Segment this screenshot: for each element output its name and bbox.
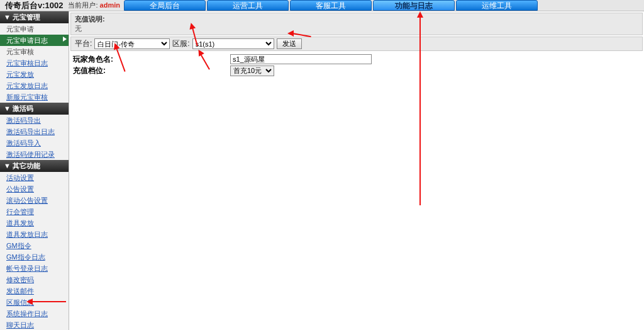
tab-1[interactable]: 运营工具: [207, 0, 289, 11]
area-select[interactable]: s1(s1): [192, 38, 274, 49]
sidebar-item[interactable]: 系统操作日志: [0, 308, 69, 319]
current-user-name: admin: [100, 1, 120, 9]
platform-label: 平台:: [75, 38, 92, 49]
sidebar-section-header[interactable]: ▼ 其它功能: [0, 160, 69, 172]
sidebar-item[interactable]: 活动设置: [0, 172, 69, 183]
role-input[interactable]: [230, 54, 372, 64]
sidebar-item[interactable]: 激活码导入: [0, 137, 69, 149]
sidebar-item[interactable]: GM指令日志: [0, 251, 69, 263]
send-button[interactable]: 发送: [277, 38, 302, 49]
sidebar-section-header[interactable]: ▼ 激活码: [0, 103, 69, 115]
main-panel: 充值说明: 无 平台: 白日门-传奇 区服: s1(s1) 发送 玩家角色名: …: [69, 11, 644, 330]
recharge-desc-value: 无: [75, 25, 82, 32]
sidebar-item[interactable]: 公告设置: [0, 183, 69, 195]
recharge-desc-label: 充值说明:: [75, 15, 105, 23]
sidebar-item[interactable]: 区服信息: [0, 297, 69, 308]
sidebar-item[interactable]: 元宝发放日志: [0, 80, 69, 91]
sidebar-item[interactable]: 元宝审核日志: [0, 57, 69, 69]
sidebar-item[interactable]: GM指令: [0, 240, 69, 251]
topbar: 传奇后台v:1002 当前用户: admin 全局后台运营工具客服工具功能与日志…: [0, 0, 644, 11]
tab-2[interactable]: 客服工具: [290, 0, 372, 11]
recharge-desc: 充值说明: 无: [70, 13, 643, 35]
tab-3[interactable]: 功能与日志: [373, 0, 455, 11]
filter-row: 平台: 白日门-传奇 区服: s1(s1) 发送: [70, 37, 643, 51]
tier-label: 充值档位:: [73, 65, 230, 76]
app-title: 传奇后台v:1002: [0, 0, 68, 11]
sidebar-section-header[interactable]: ▼ 元宝管理: [0, 11, 69, 23]
sidebar-item[interactable]: 滚动公告设置: [0, 195, 69, 206]
tab-0[interactable]: 全局后台: [124, 0, 206, 11]
tab-4[interactable]: 运维工具: [456, 0, 538, 11]
sidebar-item[interactable]: 修改密码: [0, 274, 69, 285]
form-area: 玩家角色名: 充值档位: 首充10元: [73, 54, 640, 76]
sidebar-item[interactable]: 元宝审核: [0, 46, 69, 57]
sidebar-item[interactable]: 新服元宝审核: [0, 91, 69, 103]
current-user-label: 当前用户:: [68, 1, 97, 9]
sidebar-item[interactable]: 发送邮件: [0, 285, 69, 297]
sidebar-item[interactable]: 元宝发放: [0, 69, 69, 80]
sidebar-item[interactable]: 道具发放日志: [0, 229, 69, 240]
tier-select[interactable]: 首充10元: [230, 65, 274, 76]
current-user: 当前用户: admin: [68, 1, 120, 10]
sidebar-item[interactable]: 行会管理: [0, 206, 69, 217]
sidebar: ▼ 元宝管理元宝申请元宝申请日志元宝审核元宝审核日志元宝发放元宝发放日志新服元宝…: [0, 11, 69, 330]
platform-select[interactable]: 白日门-传奇: [94, 38, 170, 49]
sidebar-item[interactable]: 聊天日志: [0, 319, 69, 330]
sidebar-item[interactable]: 激活码使用记录: [0, 149, 69, 160]
sidebar-item[interactable]: 激活码导出日志: [0, 126, 69, 137]
sidebar-item[interactable]: 激活码导出: [0, 115, 69, 126]
sidebar-item[interactable]: 帐号登录日志: [0, 263, 69, 274]
top-tabs: 全局后台运营工具客服工具功能与日志运维工具: [124, 0, 538, 11]
sidebar-item[interactable]: 元宝申请日志: [0, 35, 69, 46]
sidebar-item[interactable]: 元宝申请: [0, 23, 69, 35]
area-label: 区服:: [172, 38, 189, 49]
role-label: 玩家角色名:: [73, 54, 230, 65]
sidebar-item[interactable]: 道具发放: [0, 217, 69, 229]
